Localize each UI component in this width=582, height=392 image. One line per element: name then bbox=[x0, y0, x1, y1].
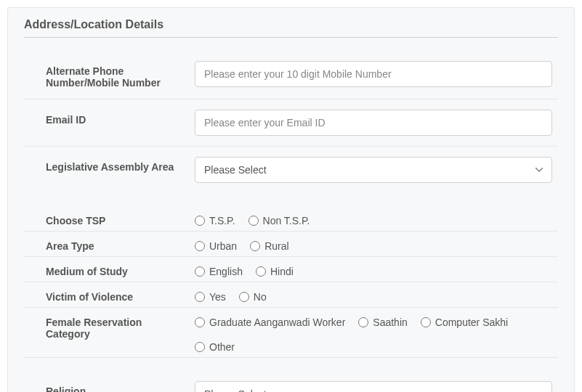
row-violence: Victim of Violence Yes No bbox=[24, 282, 558, 308]
select-assembly[interactable]: Please Select bbox=[195, 157, 552, 183]
radio-res-gaw[interactable]: Graduate Aanganwadi Worker bbox=[195, 317, 345, 328]
radio-label: Graduate Aanganwadi Worker bbox=[209, 317, 345, 328]
label-medium: Medium of Study bbox=[46, 261, 195, 277]
row-religion: Religion Please Select bbox=[24, 371, 558, 392]
radio-input-area-rural[interactable] bbox=[250, 241, 260, 251]
radio-tsp-tsp[interactable]: T.S.P. bbox=[195, 215, 235, 226]
radio-tsp-nontsp[interactable]: Non T.S.P. bbox=[248, 215, 310, 226]
label-alt-phone: Alternate Phone Number/Mobile Number bbox=[46, 61, 195, 89]
row-alt-phone: Alternate Phone Number/Mobile Number bbox=[24, 51, 558, 99]
label-email: Email ID bbox=[46, 110, 195, 126]
radio-medium-english[interactable]: English bbox=[195, 266, 243, 277]
radio-label: No bbox=[254, 291, 267, 303]
section-title: Address/Location Details bbox=[24, 18, 558, 38]
radio-group-reservation: Graduate Aanganwadi Worker Saathin Compu… bbox=[195, 312, 552, 353]
radio-group-area-type: Urban Rural bbox=[195, 236, 552, 252]
radio-label: English bbox=[209, 266, 243, 277]
radio-input-violence-yes[interactable] bbox=[195, 292, 205, 302]
radio-group-medium: English Hindi bbox=[195, 261, 552, 277]
radio-label: Hindi bbox=[270, 266, 294, 277]
address-details-panel: Address/Location Details Alternate Phone… bbox=[7, 7, 575, 392]
row-reservation: Female Reservation Category Graduate Aan… bbox=[24, 308, 558, 357]
radio-input-medium-english[interactable] bbox=[195, 266, 205, 277]
radio-res-other[interactable]: Other bbox=[195, 341, 235, 353]
row-area-type: Area Type Urban Rural bbox=[24, 232, 558, 257]
row-assembly: Legislative Assembly Area Please Select bbox=[24, 147, 558, 193]
radio-input-res-computersakhi[interactable] bbox=[421, 317, 431, 327]
input-alt-phone[interactable] bbox=[195, 61, 552, 87]
radio-medium-hindi[interactable]: Hindi bbox=[256, 266, 294, 277]
radio-input-res-gaw[interactable] bbox=[195, 317, 205, 327]
radio-label: Urban bbox=[209, 240, 237, 252]
radio-area-rural[interactable]: Rural bbox=[250, 240, 288, 252]
radio-label: Non T.S.P. bbox=[263, 215, 310, 226]
radio-label: T.S.P. bbox=[209, 215, 235, 226]
radio-input-res-saathin[interactable] bbox=[358, 317, 368, 327]
radio-input-area-urban[interactable] bbox=[195, 241, 205, 251]
radio-label: Other bbox=[209, 341, 235, 353]
label-assembly: Legislative Assembly Area bbox=[46, 157, 195, 173]
radio-res-saathin[interactable]: Saathin bbox=[358, 317, 407, 328]
radio-violence-yes[interactable]: Yes bbox=[195, 291, 226, 303]
label-area-type: Area Type bbox=[46, 236, 195, 252]
label-religion: Religion bbox=[46, 381, 195, 392]
radio-input-tsp-nontsp[interactable] bbox=[248, 216, 259, 226]
radio-group-tsp: T.S.P. Non T.S.P. bbox=[195, 211, 552, 226]
label-tsp: Choose TSP bbox=[46, 211, 195, 226]
radio-label: Yes bbox=[209, 291, 226, 303]
radio-label: Computer Sakhi bbox=[435, 317, 508, 328]
radio-group-violence: Yes No bbox=[195, 287, 552, 303]
input-email[interactable] bbox=[195, 110, 552, 136]
radio-label: Saathin bbox=[373, 317, 407, 328]
radio-input-violence-no[interactable] bbox=[239, 292, 249, 302]
row-medium: Medium of Study English Hindi bbox=[24, 257, 558, 282]
label-reservation: Female Reservation Category bbox=[46, 312, 195, 340]
radio-input-tsp-tsp[interactable] bbox=[195, 216, 205, 226]
radio-area-urban[interactable]: Urban bbox=[195, 240, 237, 252]
select-religion[interactable]: Please Select bbox=[195, 381, 552, 392]
radio-res-computersakhi[interactable]: Computer Sakhi bbox=[421, 317, 508, 328]
radio-label: Rural bbox=[264, 240, 288, 252]
label-violence: Victim of Violence bbox=[46, 287, 195, 303]
radio-input-res-other[interactable] bbox=[195, 342, 205, 352]
row-email: Email ID bbox=[24, 99, 558, 147]
radio-violence-no[interactable]: No bbox=[239, 291, 267, 303]
row-tsp: Choose TSP T.S.P. Non T.S.P. bbox=[24, 206, 558, 232]
radio-input-medium-hindi[interactable] bbox=[256, 266, 266, 277]
